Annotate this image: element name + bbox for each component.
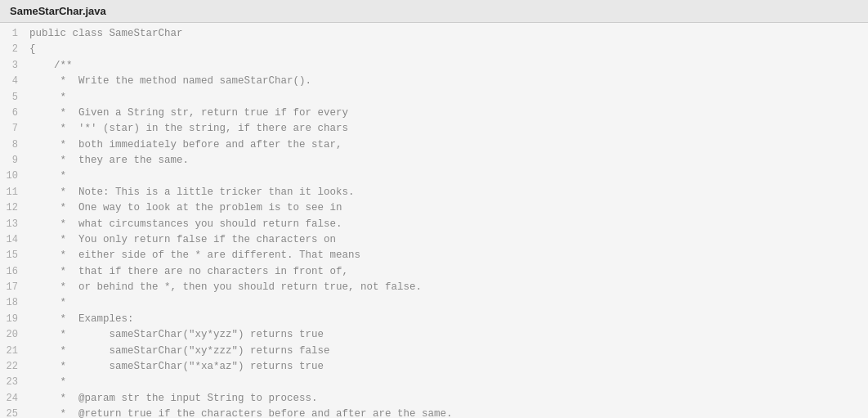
line-content: { xyxy=(29,42,36,57)
code-line: 19 * Examples: xyxy=(0,312,868,327)
code-line: 5 * xyxy=(0,90,868,106)
code-line: 11 * Note: This is a little tricker than… xyxy=(0,185,868,200)
line-content: * @return true if the characters before … xyxy=(29,407,453,418)
line-content: * Note: This is a little tricker than it… xyxy=(29,185,355,200)
code-line: 6 * Given a String str, return true if f… xyxy=(0,106,868,121)
line-number: 1 xyxy=(0,26,29,42)
line-content: * Examples: xyxy=(29,312,134,327)
code-line: 22 * sameStarChar("*xa*az") returns true xyxy=(0,359,868,375)
line-content: * xyxy=(29,375,66,390)
line-content: * they are the same. xyxy=(29,153,189,169)
line-number: 4 xyxy=(0,74,29,89)
line-content: * '*' (star) in the string, if there are… xyxy=(29,121,348,137)
line-number: 13 xyxy=(0,217,29,232)
line-content: * xyxy=(29,295,66,311)
line-content: * what circumstances you should return f… xyxy=(29,217,342,232)
line-content: /** xyxy=(29,58,73,74)
line-number: 19 xyxy=(0,312,29,327)
line-number: 2 xyxy=(0,42,29,57)
line-content: * sameStarChar("xy*yzz") returns true xyxy=(29,327,324,343)
line-content: * both immediately before and after the … xyxy=(29,137,342,153)
code-line: 2{ xyxy=(0,42,868,57)
line-content: * One way to look at the problem is to s… xyxy=(29,200,342,216)
line-number: 23 xyxy=(0,375,29,390)
code-line: 21 * sameStarChar("xy*zzz") returns fals… xyxy=(0,344,868,359)
line-content: public class SameStarChar xyxy=(29,26,183,42)
line-number: 12 xyxy=(0,200,29,216)
line-number: 3 xyxy=(0,58,29,74)
code-line: 18 * xyxy=(0,295,868,311)
line-number: 6 xyxy=(0,106,29,121)
code-container: 1public class SameStarChar2{3 /**4 * Wri… xyxy=(0,23,868,418)
line-number: 14 xyxy=(0,232,29,248)
code-line: 12 * One way to look at the problem is t… xyxy=(0,200,868,216)
line-number: 25 xyxy=(0,407,29,418)
line-number: 22 xyxy=(0,359,29,375)
line-content: * Given a String str, return true if for… xyxy=(29,106,348,121)
line-content: * xyxy=(29,90,66,106)
code-line: 13 * what circumstances you should retur… xyxy=(0,217,868,232)
line-content: * Write the method named sameStarChar(). xyxy=(29,74,311,89)
line-content: * or behind the *, then you should retur… xyxy=(29,280,422,295)
code-line: 1public class SameStarChar xyxy=(0,26,868,42)
line-content: * sameStarChar("xy*zzz") returns false xyxy=(29,344,330,359)
code-line: 3 /** xyxy=(0,58,868,74)
line-content: * @param str the input String to process… xyxy=(29,391,318,407)
code-line: 17 * or behind the *, then you should re… xyxy=(0,280,868,295)
code-line: 9 * they are the same. xyxy=(0,153,868,169)
code-line: 7 * '*' (star) in the string, if there a… xyxy=(0,121,868,137)
code-line: 8 * both immediately before and after th… xyxy=(0,137,868,153)
line-number: 24 xyxy=(0,391,29,407)
code-line: 23 * xyxy=(0,375,868,390)
line-number: 5 xyxy=(0,90,29,106)
line-content: * You only return false if the character… xyxy=(29,232,336,248)
line-content: * xyxy=(29,169,66,184)
code-line: 20 * sameStarChar("xy*yzz") returns true xyxy=(0,327,868,343)
line-content: * either side of the * are different. Th… xyxy=(29,248,360,263)
line-number: 8 xyxy=(0,137,29,153)
code-line: 14 * You only return false if the charac… xyxy=(0,232,868,248)
line-content: * sameStarChar("*xa*az") returns true xyxy=(29,359,324,375)
line-number: 18 xyxy=(0,295,29,311)
line-number: 16 xyxy=(0,264,29,280)
file-title: SameStarChar.java xyxy=(0,0,868,23)
code-line: 10 * xyxy=(0,169,868,184)
line-number: 15 xyxy=(0,248,29,263)
line-number: 9 xyxy=(0,153,29,169)
code-line: 15 * either side of the * are different.… xyxy=(0,248,868,263)
code-line: 16 * that if there are no characters in … xyxy=(0,264,868,280)
code-line: 4 * Write the method named sameStarChar(… xyxy=(0,74,868,89)
line-number: 21 xyxy=(0,344,29,359)
line-content: * that if there are no characters in fro… xyxy=(29,264,348,280)
line-number: 17 xyxy=(0,280,29,295)
code-line: 24 * @param str the input String to proc… xyxy=(0,391,868,407)
line-number: 7 xyxy=(0,121,29,137)
line-number: 20 xyxy=(0,327,29,343)
line-number: 11 xyxy=(0,185,29,200)
line-number: 10 xyxy=(0,169,29,184)
code-line: 25 * @return true if the characters befo… xyxy=(0,407,868,418)
